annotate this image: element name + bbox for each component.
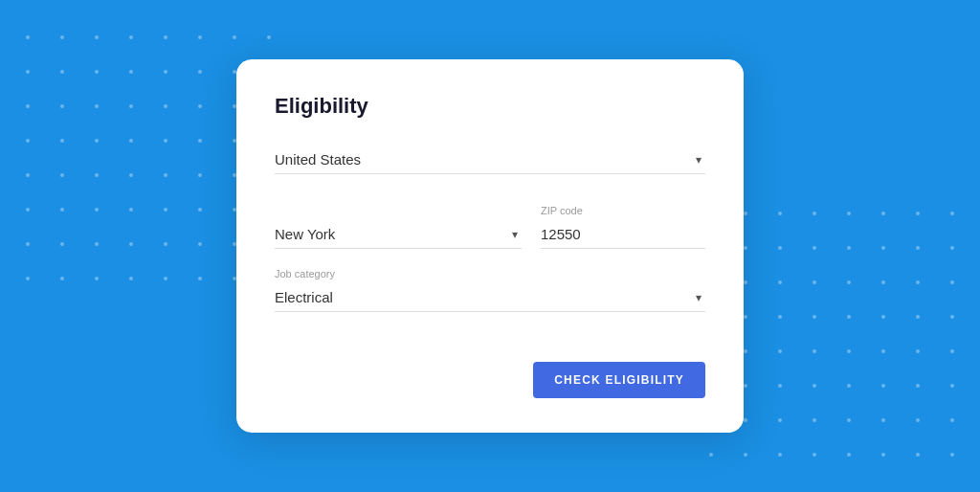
job-select-wrapper[interactable]: Electrical Plumbing HVAC Carpentry Roofi… <box>275 283 705 312</box>
zip-label: ZIP code <box>541 205 705 216</box>
job-label: Job category <box>275 268 705 280</box>
state-select[interactable]: New York California Texas Florida Illino… <box>275 220 522 249</box>
zip-field: ZIP code <box>541 205 705 249</box>
country-field: United States Canada United Kingdom Aust… <box>275 145 705 186</box>
state-zip-row: New York California Texas Florida Illino… <box>275 205 705 249</box>
zip-input[interactable] <box>541 220 705 249</box>
job-select[interactable]: Electrical Plumbing HVAC Carpentry Roofi… <box>275 283 705 312</box>
check-eligibility-button[interactable]: CHECK ELIGIBILITY <box>533 362 705 398</box>
card-title: Eligibility <box>275 94 705 119</box>
country-select-wrapper[interactable]: United States Canada United Kingdom Aust… <box>275 145 705 174</box>
state-select-wrapper[interactable]: New York California Texas Florida Illino… <box>275 220 522 249</box>
eligibility-card: Eligibility United States Canada United … <box>236 59 744 433</box>
button-row: CHECK ELIGIBILITY <box>275 362 705 398</box>
country-select[interactable]: United States Canada United Kingdom Aust… <box>275 145 705 174</box>
state-field: New York California Texas Florida Illino… <box>275 220 522 249</box>
job-field: Job category Electrical Plumbing HVAC Ca… <box>275 268 705 324</box>
